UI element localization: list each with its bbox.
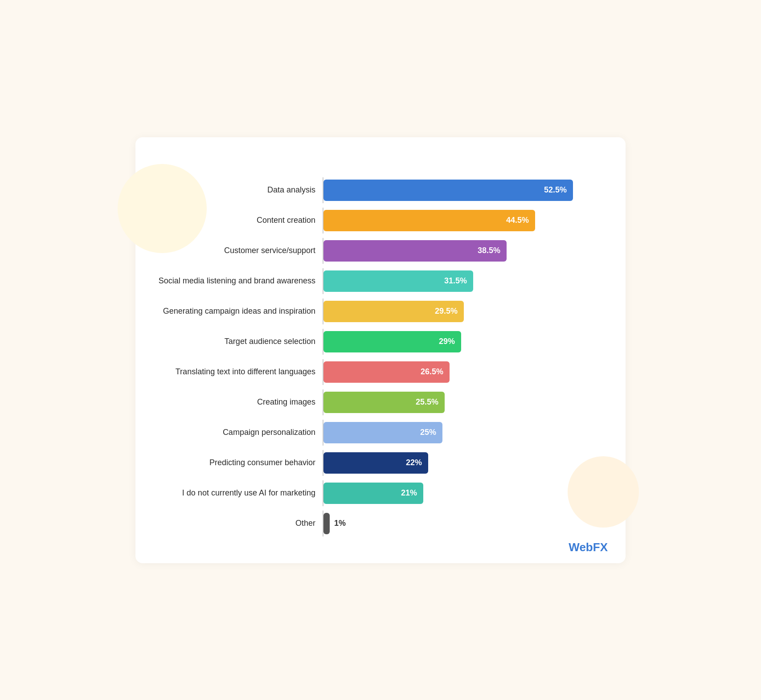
bar-value: 21%	[401, 488, 417, 498]
bar-row: Campaign personalization25%	[153, 420, 599, 446]
bar-fill: 38.5%	[323, 240, 507, 262]
bar-value: 29.5%	[435, 307, 458, 316]
bar-fill: 29%	[323, 331, 461, 352]
bar-track: 52.5%	[323, 177, 599, 203]
bar-value: 26.5%	[421, 367, 443, 377]
bar-track: 25%	[323, 420, 599, 446]
bar-fill: 29.5%	[323, 301, 464, 322]
bar-track: 44.5%	[323, 208, 599, 233]
bar-fill: 44.5%	[323, 210, 535, 231]
bar-fill: 31.5%	[323, 270, 473, 292]
bar-fill: 22%	[323, 452, 428, 474]
bar-label: Data analysis	[153, 185, 323, 195]
bar-label: Other	[153, 518, 323, 528]
bar-row: Translating text into different language…	[153, 359, 599, 385]
bar-track: 22%	[323, 450, 599, 476]
bar-value: 44.5%	[506, 216, 529, 225]
bar-track: 29.5%	[323, 299, 599, 324]
bar-track: 21%	[323, 480, 599, 506]
bar-row: Generating campaign ideas and inspiratio…	[153, 299, 599, 324]
bar-row: Target audience selection29%	[153, 329, 599, 355]
bar-value: 31.5%	[444, 276, 467, 286]
bar-label: Customer service/support	[153, 246, 323, 256]
logo-fx: FX	[593, 540, 608, 554]
bar-value: 52.5%	[544, 185, 567, 195]
bar-track: 26.5%	[323, 359, 599, 385]
bar-label: Content creation	[153, 215, 323, 225]
chart-body: Data analysis52.5%Content creation44.5%C…	[153, 177, 599, 536]
bar-row: Other1%	[153, 511, 599, 536]
bar-row: Data analysis52.5%	[153, 177, 599, 203]
bar-track: 31.5%	[323, 268, 599, 294]
bar-label: Generating campaign ideas and inspiratio…	[153, 306, 323, 316]
bar-value: 25%	[420, 428, 436, 437]
bar-fill: 52.5%	[323, 180, 573, 201]
bar-row: Content creation44.5%	[153, 208, 599, 233]
bar-track: 1%	[323, 511, 599, 536]
bar-label: Creating images	[153, 397, 323, 407]
logo-web: Web	[569, 540, 593, 554]
bar-row: Social media listening and brand awarene…	[153, 268, 599, 294]
bar-label: Predicting consumer behavior	[153, 458, 323, 468]
webfx-logo: WebFX	[569, 540, 608, 554]
bar-row: I do not currently use AI for marketing2…	[153, 480, 599, 506]
bar-fill: 26.5%	[323, 361, 450, 383]
bar-label: Social media listening and brand awarene…	[153, 276, 323, 286]
bar-value: 22%	[406, 458, 422, 467]
bar-track: 38.5%	[323, 238, 599, 264]
bar-value: 25.5%	[416, 397, 438, 407]
bar-label: Campaign personalization	[153, 427, 323, 438]
bar-row: Creating images25.5%	[153, 389, 599, 415]
bar-label: I do not currently use AI for marketing	[153, 488, 323, 498]
bar-value: 29%	[439, 337, 455, 346]
bar-fill	[323, 513, 330, 534]
bar-value: 1%	[334, 519, 346, 528]
bar-track: 25.5%	[323, 389, 599, 415]
bar-label: Translating text into different language…	[153, 367, 323, 377]
bar-row: Customer service/support38.5%	[153, 238, 599, 264]
bar-fill: 25%	[323, 422, 442, 443]
bar-row: Predicting consumer behavior22%	[153, 450, 599, 476]
bar-track: 29%	[323, 329, 599, 355]
bar-fill: 25.5%	[323, 392, 445, 413]
chart-container: Data analysis52.5%Content creation44.5%C…	[135, 137, 626, 563]
bar-value: 38.5%	[478, 246, 500, 255]
bar-fill: 21%	[323, 483, 423, 504]
bar-label: Target audience selection	[153, 336, 323, 347]
